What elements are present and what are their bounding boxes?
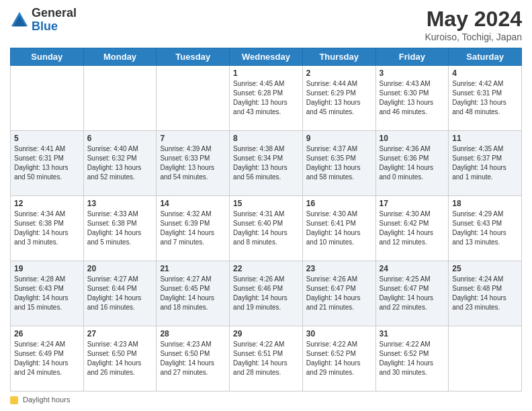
day-number: 11	[452, 134, 518, 143]
day-info: Sunrise: 4:22 AM Sunset: 6:52 PM Dayligh…	[380, 340, 445, 377]
calendar-cell: 27Sunrise: 4:23 AM Sunset: 6:50 PM Dayli…	[83, 326, 157, 391]
day-header-sunday: Sunday	[11, 48, 84, 66]
calendar-cell: 3Sunrise: 4:43 AM Sunset: 6:30 PM Daylig…	[375, 66, 449, 131]
calendar-cell: 11Sunrise: 4:35 AM Sunset: 6:37 PM Dayli…	[449, 130, 522, 195]
calendar-cell: 19Sunrise: 4:28 AM Sunset: 6:43 PM Dayli…	[11, 261, 84, 326]
day-header-wednesday: Wednesday	[230, 48, 303, 66]
logo: General Blue	[10, 7, 77, 34]
calendar-cell: 10Sunrise: 4:36 AM Sunset: 6:36 PM Dayli…	[375, 130, 449, 195]
day-info: Sunrise: 4:43 AM Sunset: 6:30 PM Dayligh…	[380, 79, 445, 117]
calendar-body: 1Sunrise: 4:45 AM Sunset: 6:28 PM Daylig…	[11, 66, 522, 392]
calendar-cell: 31Sunrise: 4:22 AM Sunset: 6:52 PM Dayli…	[375, 326, 449, 391]
day-number: 19	[14, 264, 80, 273]
calendar-cell: 25Sunrise: 4:24 AM Sunset: 6:48 PM Dayli…	[449, 261, 522, 326]
day-header-thursday: Thursday	[302, 48, 375, 66]
calendar-cell	[157, 66, 230, 131]
logo-text: General Blue	[32, 7, 77, 34]
calendar-cell: 4Sunrise: 4:42 AM Sunset: 6:31 PM Daylig…	[449, 66, 522, 131]
day-info: Sunrise: 4:30 AM Sunset: 6:42 PM Dayligh…	[380, 210, 445, 247]
day-header-monday: Monday	[83, 48, 157, 66]
day-info: Sunrise: 4:33 AM Sunset: 6:38 PM Dayligh…	[87, 210, 153, 247]
day-number: 21	[160, 264, 226, 273]
main-title: May 2024	[425, 7, 523, 32]
page: General Blue May 2024 Kuroiso, Tochigi, …	[0, 0, 532, 411]
calendar-cell: 22Sunrise: 4:26 AM Sunset: 6:46 PM Dayli…	[230, 261, 303, 326]
week-row-3: 12Sunrise: 4:34 AM Sunset: 6:38 PM Dayli…	[11, 195, 522, 261]
calendar-cell	[449, 326, 522, 391]
calendar-cell: 12Sunrise: 4:34 AM Sunset: 6:38 PM Dayli…	[11, 195, 84, 261]
day-info: Sunrise: 4:36 AM Sunset: 6:36 PM Dayligh…	[380, 144, 445, 182]
day-info: Sunrise: 4:37 AM Sunset: 6:35 PM Dayligh…	[306, 144, 372, 182]
day-number: 16	[306, 199, 372, 208]
day-info: Sunrise: 4:31 AM Sunset: 6:40 PM Dayligh…	[233, 210, 299, 247]
calendar-cell: 15Sunrise: 4:31 AM Sunset: 6:40 PM Dayli…	[230, 195, 303, 261]
logo-icon	[10, 11, 29, 30]
calendar-cell: 13Sunrise: 4:33 AM Sunset: 6:38 PM Dayli…	[83, 195, 157, 261]
calendar-cell: 5Sunrise: 4:41 AM Sunset: 6:31 PM Daylig…	[11, 130, 84, 195]
calendar-cell: 18Sunrise: 4:29 AM Sunset: 6:43 PM Dayli…	[449, 195, 522, 261]
footer: Daylight hours	[10, 396, 522, 404]
day-info: Sunrise: 4:25 AM Sunset: 6:47 PM Dayligh…	[380, 275, 445, 312]
day-info: Sunrise: 4:44 AM Sunset: 6:29 PM Dayligh…	[306, 79, 372, 117]
week-row-1: 1Sunrise: 4:45 AM Sunset: 6:28 PM Daylig…	[11, 66, 522, 131]
day-number: 25	[452, 264, 518, 273]
day-number: 24	[380, 264, 445, 273]
day-info: Sunrise: 4:27 AM Sunset: 6:45 PM Dayligh…	[160, 275, 226, 312]
logo-blue: Blue	[32, 20, 77, 34]
calendar-cell: 20Sunrise: 4:27 AM Sunset: 6:44 PM Dayli…	[83, 261, 157, 326]
day-info: Sunrise: 4:23 AM Sunset: 6:50 PM Dayligh…	[87, 340, 153, 377]
calendar-cell: 29Sunrise: 4:22 AM Sunset: 6:51 PM Dayli…	[230, 326, 303, 391]
day-number: 26	[14, 329, 80, 338]
day-number: 5	[14, 134, 80, 143]
day-number: 3	[380, 68, 445, 78]
day-info: Sunrise: 4:22 AM Sunset: 6:51 PM Dayligh…	[233, 340, 299, 377]
day-info: Sunrise: 4:24 AM Sunset: 6:49 PM Dayligh…	[14, 340, 80, 377]
calendar-cell	[11, 66, 84, 131]
day-info: Sunrise: 4:29 AM Sunset: 6:43 PM Dayligh…	[452, 210, 518, 247]
title-block: May 2024 Kuroiso, Tochigi, Japan	[425, 7, 523, 42]
calendar-cell: 14Sunrise: 4:32 AM Sunset: 6:39 PM Dayli…	[157, 195, 230, 261]
day-number: 29	[233, 329, 299, 338]
header: General Blue May 2024 Kuroiso, Tochigi, …	[10, 7, 522, 42]
day-info: Sunrise: 4:22 AM Sunset: 6:52 PM Dayligh…	[306, 340, 372, 377]
week-row-2: 5Sunrise: 4:41 AM Sunset: 6:31 PM Daylig…	[11, 130, 522, 195]
calendar-cell: 16Sunrise: 4:30 AM Sunset: 6:41 PM Dayli…	[302, 195, 375, 261]
week-row-5: 26Sunrise: 4:24 AM Sunset: 6:49 PM Dayli…	[11, 326, 522, 391]
calendar-cell: 17Sunrise: 4:30 AM Sunset: 6:42 PM Dayli…	[375, 195, 449, 261]
day-info: Sunrise: 4:35 AM Sunset: 6:37 PM Dayligh…	[452, 144, 518, 182]
day-number: 12	[14, 199, 80, 208]
day-info: Sunrise: 4:39 AM Sunset: 6:33 PM Dayligh…	[160, 144, 226, 182]
day-info: Sunrise: 4:26 AM Sunset: 6:47 PM Dayligh…	[306, 275, 372, 312]
calendar-cell: 30Sunrise: 4:22 AM Sunset: 6:52 PM Dayli…	[302, 326, 375, 391]
day-number: 17	[380, 199, 445, 208]
day-number: 31	[380, 329, 445, 338]
day-number: 14	[160, 199, 226, 208]
day-number: 22	[233, 264, 299, 273]
day-header-friday: Friday	[375, 48, 449, 66]
calendar-cell: 23Sunrise: 4:26 AM Sunset: 6:47 PM Dayli…	[302, 261, 375, 326]
day-number: 9	[306, 134, 372, 143]
week-row-4: 19Sunrise: 4:28 AM Sunset: 6:43 PM Dayli…	[11, 261, 522, 326]
day-info: Sunrise: 4:26 AM Sunset: 6:46 PM Dayligh…	[233, 275, 299, 312]
calendar-table: SundayMondayTuesdayWednesdayThursdayFrid…	[10, 48, 522, 392]
day-info: Sunrise: 4:23 AM Sunset: 6:50 PM Dayligh…	[160, 340, 226, 377]
calendar-header: SundayMondayTuesdayWednesdayThursdayFrid…	[11, 48, 522, 66]
day-number: 13	[87, 199, 153, 208]
day-info: Sunrise: 4:45 AM Sunset: 6:28 PM Dayligh…	[233, 79, 299, 117]
calendar-cell: 2Sunrise: 4:44 AM Sunset: 6:29 PM Daylig…	[302, 66, 375, 131]
calendar-cell: 24Sunrise: 4:25 AM Sunset: 6:47 PM Dayli…	[375, 261, 449, 326]
day-info: Sunrise: 4:27 AM Sunset: 6:44 PM Dayligh…	[87, 275, 153, 312]
calendar-cell: 1Sunrise: 4:45 AM Sunset: 6:28 PM Daylig…	[230, 66, 303, 131]
day-info: Sunrise: 4:38 AM Sunset: 6:34 PM Dayligh…	[233, 144, 299, 182]
day-number: 8	[233, 134, 299, 143]
footer-dot	[10, 396, 18, 404]
day-number: 4	[452, 68, 518, 78]
day-number: 18	[452, 199, 518, 208]
calendar-cell: 8Sunrise: 4:38 AM Sunset: 6:34 PM Daylig…	[230, 130, 303, 195]
logo-general: General	[32, 7, 77, 20]
day-number: 10	[380, 134, 445, 143]
day-header-saturday: Saturday	[449, 48, 522, 66]
day-number: 20	[87, 264, 153, 273]
day-info: Sunrise: 4:34 AM Sunset: 6:38 PM Dayligh…	[14, 210, 80, 247]
day-info: Sunrise: 4:30 AM Sunset: 6:41 PM Dayligh…	[306, 210, 372, 247]
